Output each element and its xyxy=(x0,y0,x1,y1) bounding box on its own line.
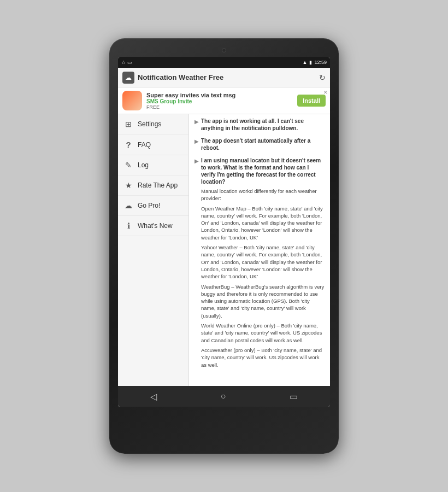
ad-install-button[interactable]: Install xyxy=(297,95,326,107)
rate-label: Rate The App xyxy=(138,181,178,189)
log-label: Log xyxy=(138,161,149,169)
ad-app-icon xyxy=(122,91,142,110)
bottom-nav: ◁ ○ ▭ xyxy=(118,386,330,407)
app-header: ☁ Notification Weather Free ↻ xyxy=(118,68,330,87)
arrow-icon-1: ▶ xyxy=(194,119,199,125)
cloud-icon: ☁ xyxy=(125,74,132,81)
faq-label: FAQ xyxy=(138,141,151,149)
ad-banner: Super easy invites via text msg SMS Grou… xyxy=(118,87,330,114)
ad-close-button[interactable]: ✕ xyxy=(323,90,328,95)
wifi-icon: ▲ xyxy=(303,60,308,65)
sidebar-item-log[interactable]: ✎ Log xyxy=(118,155,188,175)
faq-item-1: ▶ The app is not working at all. I can't… xyxy=(194,118,325,132)
ad-text-block: Super easy invites via text msg SMS Grou… xyxy=(146,92,293,110)
sidebar-item-gopro[interactable]: ☁ Go Pro! xyxy=(118,196,188,216)
scene: ☆ ▭ ▲ ▮ 12:59 ☁ Notification Weather Fre… xyxy=(0,0,448,492)
screen: ☆ ▭ ▲ ▮ 12:59 ☁ Notification Weather Fre… xyxy=(118,57,330,407)
faq-question-3[interactable]: ▶ I am using manual locaton but it doesn… xyxy=(194,157,325,185)
ad-subtitle: SMS Group Invite xyxy=(146,98,293,104)
info-icon: ℹ xyxy=(123,221,133,230)
arrow-icon-2: ▶ xyxy=(194,138,199,144)
ad-free-label: FREE xyxy=(146,104,293,110)
back-button[interactable]: ◁ xyxy=(142,389,166,404)
sidebar-item-faq[interactable]: ? FAQ xyxy=(118,134,188,155)
sidebar-item-rate[interactable]: ★ Rate The App xyxy=(118,175,188,196)
faq-q-text-3: I am using manual locaton but it doesn't… xyxy=(201,157,325,185)
faq-q-text-1: The app is not working at all. I can't s… xyxy=(201,118,325,132)
status-bar-left: ☆ ▭ xyxy=(121,60,132,65)
arrow-icon-3: ▶ xyxy=(194,158,199,164)
app-title: Notification Weather Free xyxy=(138,73,319,81)
app-logo: ☁ xyxy=(122,72,134,84)
main-pane[interactable]: ▶ The app is not working at all. I can't… xyxy=(189,114,330,386)
sidebar-item-settings[interactable]: ⊞ Settings xyxy=(118,114,188,134)
front-camera xyxy=(222,48,226,52)
faq-answer-3: Manual location workd differently for ea… xyxy=(194,188,325,368)
status-bar-right: ▲ ▮ 12:59 xyxy=(303,60,327,65)
faq-q-text-2: The app doesn't start automatically afte… xyxy=(201,137,325,151)
home-button[interactable]: ○ xyxy=(212,389,235,403)
faq-item-3: ▶ I am using manual locaton but it doesn… xyxy=(194,157,325,368)
battery-icon: ▮ xyxy=(309,60,312,65)
star-icon: ★ xyxy=(123,181,133,190)
sidebar-item-whatsnew[interactable]: ℹ What's New xyxy=(118,216,188,236)
sidebar: ⊞ Settings ? FAQ ✎ Log ★ Rate The App xyxy=(118,114,189,386)
log-icon: ✎ xyxy=(123,161,133,169)
content-area: ⊞ Settings ? FAQ ✎ Log ★ Rate The App xyxy=(118,114,330,386)
ad-title: Super easy invites via text msg xyxy=(146,92,293,98)
settings-label: Settings xyxy=(138,120,161,128)
faq-question-1[interactable]: ▶ The app is not working at all. I can't… xyxy=(194,118,325,132)
faq-question-2[interactable]: ▶ The app doesn't start automatically af… xyxy=(194,137,325,151)
faq-icon: ? xyxy=(123,140,133,149)
notification-icon-1: ☆ xyxy=(121,60,126,65)
gopro-icon: ☁ xyxy=(123,201,133,210)
status-bar: ☆ ▭ ▲ ▮ 12:59 xyxy=(118,57,330,68)
refresh-button[interactable]: ↻ xyxy=(319,73,326,82)
whatsnew-label: What's New xyxy=(138,222,173,230)
gopro-label: Go Pro! xyxy=(138,202,160,209)
settings-icon: ⊞ xyxy=(123,120,133,128)
faq-item-2: ▶ The app doesn't start automatically af… xyxy=(194,137,325,151)
tablet-shell: ☆ ▭ ▲ ▮ 12:59 ☁ Notification Weather Fre… xyxy=(109,38,339,454)
recents-button[interactable]: ▭ xyxy=(281,389,306,404)
notification-icon-2: ▭ xyxy=(127,60,132,65)
clock: 12:59 xyxy=(314,60,327,65)
